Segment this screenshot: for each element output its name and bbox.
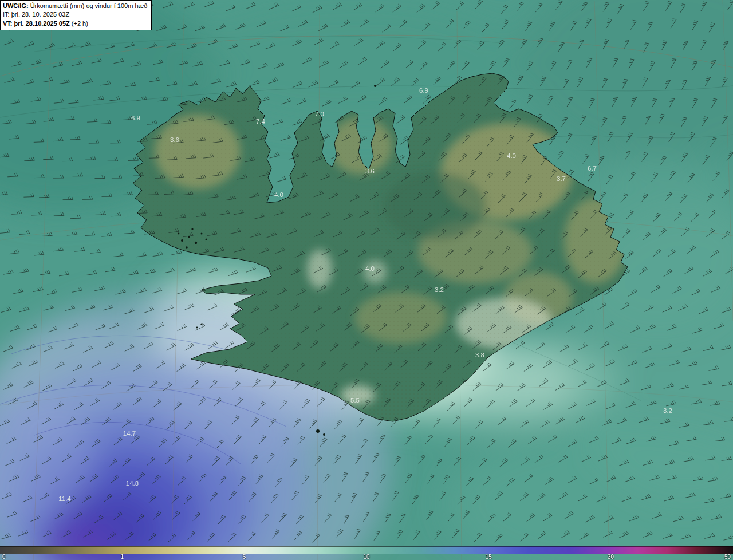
precip-value-label: 3.8 (475, 352, 484, 358)
map-title-line: UWC/IG: Úrkomumætti (mm) og vindur í 100… (3, 2, 147, 10)
precip-value-label: 3.2 (435, 286, 444, 293)
colorbar-tick-label: 50 (724, 554, 731, 560)
valid-time-offset: (+2 h) (70, 20, 88, 27)
colorbar-tick-label: 0 (2, 554, 6, 560)
precip-value-label: 4.0 (365, 265, 375, 272)
precip-value-label: 7.0 (315, 111, 324, 117)
colorbar-gradient (0, 546, 733, 554)
init-time: IT: þri. 28. 10. 2025 03Z (3, 10, 147, 19)
precip-value-label: 14.7 (123, 430, 136, 437)
precip-value-label: 11.4 (58, 495, 71, 502)
precip-value-label: 3.6 (365, 168, 375, 175)
precip-value-label: 7.4 (256, 118, 266, 125)
precip-colorbar: 01510153050 (0, 546, 733, 560)
precip-value-label: 14.8 (126, 480, 139, 487)
colorbar-tick-label: 1 (121, 554, 124, 560)
map-title: Úrkomumætti (mm) og vindur í 100m hæð (29, 2, 148, 9)
colorbar-tick-label: 10 (363, 554, 369, 560)
colorbar-tick-label: 30 (608, 554, 614, 560)
colorbar-ticks: 01510153050 (0, 554, 733, 560)
precip-value-label: 3.2 (663, 407, 672, 414)
model-name: UWC/IG: (3, 2, 29, 9)
precip-value-label: 6.9 (419, 87, 428, 94)
valid-time-line: VT: þri. 28.10.2025 05Z (+2 h) (3, 19, 147, 28)
precip-value-label: 4.0 (507, 152, 516, 159)
precip-value-label: 3.6 (170, 136, 179, 143)
precip-value-label: 5.5 (350, 397, 360, 404)
precip-value-label: 3.7 (557, 175, 566, 182)
valid-time: VT: þri. 28.10.2025 05Z (3, 20, 70, 27)
precip-value-label: 6.7 (588, 165, 597, 172)
weather-map: 6.96.97.07.43.64.06.73.73.64.04.03.23.85… (0, 0, 733, 560)
precip-value-label: 4.0 (274, 191, 283, 198)
colorbar-tick-label: 15 (486, 554, 492, 560)
precip-value-label: 6.9 (131, 115, 140, 121)
weather-map-canvas: 6.96.97.07.43.64.06.73.73.64.04.03.23.85… (0, 0, 733, 560)
map-title-box: UWC/IG: Úrkomumætti (mm) og vindur í 100… (0, 0, 152, 30)
colorbar-tick-label: 5 (243, 554, 246, 560)
